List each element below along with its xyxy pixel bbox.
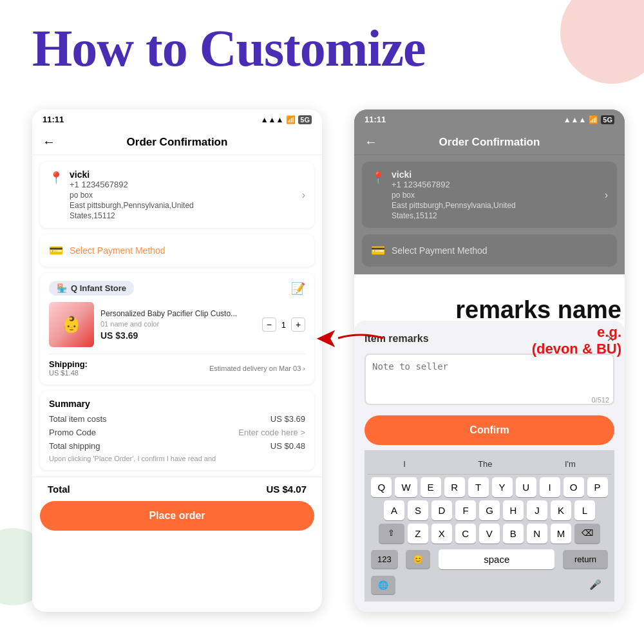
key-t[interactable]: T [468, 477, 489, 497]
key-u[interactable]: U [516, 477, 536, 497]
qty-number: 1 [281, 320, 286, 330]
keyboard-suggestions: I The I'm [367, 454, 612, 475]
promo-label: Promo Code [49, 428, 96, 437]
right-payment-section[interactable]: 💳 Select Payment Method [362, 234, 617, 267]
right-address-line1: po box [392, 191, 598, 200]
product-qty: − 1 + [262, 317, 305, 332]
return-key[interactable]: return [563, 550, 608, 569]
payment-icon: 💳 [49, 243, 63, 258]
address-section[interactable]: 📍 vicki +1 1234567892 po box East pittsb… [40, 162, 314, 228]
key-e[interactable]: E [421, 477, 441, 497]
item-remarks-modal: Item remarks × 0/512 Confirm I The I'm Q… [354, 321, 625, 612]
total-bar: Total US $4.07 [32, 477, 322, 501]
product-image: 👶 [49, 302, 94, 347]
note-icon[interactable]: 📝 [291, 281, 305, 296]
left-nav-title: Order Confirmation [66, 136, 289, 149]
key-r[interactable]: R [444, 477, 465, 497]
left-time: 11:11 [43, 115, 64, 124]
keyboard-row-5: 🌐 🎤 [367, 572, 612, 598]
right-back-button[interactable]: ← [365, 135, 377, 149]
promo-row[interactable]: Promo Code Enter code here > [49, 428, 305, 437]
key-v[interactable]: V [479, 524, 500, 544]
signal-icon: ▲▲▲ [261, 115, 284, 124]
space-key[interactable]: space [439, 549, 554, 569]
key-o[interactable]: O [564, 477, 584, 497]
right-location-icon: 📍 [371, 171, 385, 185]
product-name: Personalized Baby Pacifier Clip Custo... [100, 308, 256, 319]
key-p[interactable]: P [587, 477, 608, 497]
right-address-section[interactable]: 📍 vicki +1 1234567892 po box East pittsb… [362, 162, 617, 228]
left-status-icons: ▲▲▲ 📶 5G [261, 115, 312, 124]
key-i[interactable]: I [540, 477, 560, 497]
right-nav-title: Order Confirmation [388, 136, 591, 149]
right-signal-icon: ▲▲▲ [564, 115, 587, 124]
delivery-arrow: › [303, 365, 305, 372]
globe-key[interactable]: 🌐 [371, 576, 395, 594]
place-order-button[interactable]: Place order [40, 501, 314, 531]
location-icon: 📍 [49, 171, 63, 185]
qty-increase-button[interactable]: + [291, 317, 305, 332]
key-n[interactable]: N [527, 524, 547, 544]
remarks-example-label: (devon & BU) [455, 341, 621, 357]
key-g[interactable]: G [479, 500, 500, 520]
left-back-button[interactable]: ← [43, 135, 55, 149]
decorative-circle-pink [560, 0, 644, 84]
keyboard-row-2: A S D F G H J K L [367, 500, 612, 520]
payment-section[interactable]: 💳 Select Payment Method [40, 234, 314, 267]
address-phone: +1 1234567892 [70, 180, 296, 189]
right-payment-icon: 💳 [371, 243, 385, 258]
arrow-annotation: ➤ [316, 322, 386, 354]
right-address-line3: States,15112 [392, 211, 598, 220]
key-m[interactable]: M [551, 524, 572, 544]
shipping-left: Shipping: US $1.48 [49, 359, 88, 377]
note-textarea[interactable] [365, 354, 614, 405]
store-name-badge[interactable]: 🏪 Q Infant Store [49, 281, 134, 296]
keyboard-row-3: ⇧ Z X C V B N M ⌫ [367, 524, 612, 544]
delete-key[interactable]: ⌫ [574, 524, 600, 544]
key-x[interactable]: X [431, 524, 452, 544]
shift-key[interactable]: ⇧ [379, 524, 404, 544]
suggestion-the[interactable]: The [471, 458, 498, 470]
key-f[interactable]: F [455, 500, 476, 520]
summary-section: Summary Total item costs US $3.69 Promo … [40, 391, 314, 470]
shipping-label: Shipping: [49, 359, 88, 369]
key-h[interactable]: H [503, 500, 524, 520]
confirm-button[interactable]: Confirm [365, 415, 614, 445]
key-c[interactable]: C [455, 524, 476, 544]
suggestion-i[interactable]: I [397, 458, 412, 470]
address-content: vicki +1 1234567892 po box East pittsbur… [70, 169, 296, 220]
key-l[interactable]: L [574, 500, 595, 520]
emoji-key[interactable]: 😊 [406, 550, 430, 569]
address-line3: States,15112 [70, 211, 296, 220]
keyboard-row-1: Q W E R T Y U I O P [367, 477, 612, 497]
shipping-summary-row: Total shipping US $0.48 [49, 441, 305, 451]
key-y[interactable]: Y [492, 477, 513, 497]
key-z[interactable]: Z [408, 524, 428, 544]
payment-label: Select Payment Method [70, 245, 166, 256]
key-d[interactable]: D [431, 500, 452, 520]
left-nav-bar: ← Order Confirmation [32, 129, 322, 155]
key-w[interactable]: W [395, 477, 417, 497]
key-k[interactable]: K [551, 500, 571, 520]
key-j[interactable]: J [527, 500, 547, 520]
suggestion-im[interactable]: I'm [558, 458, 582, 470]
red-arrow-curve [335, 328, 386, 348]
summary-note: Upon clicking 'Place Order', I confirm I… [49, 455, 305, 462]
right-nav-bar: ← Order Confirmation [354, 129, 625, 155]
key-q[interactable]: Q [371, 477, 392, 497]
qty-decrease-button[interactable]: − [262, 317, 276, 332]
key-b[interactable]: B [503, 524, 524, 544]
key-s[interactable]: S [408, 500, 428, 520]
item-costs-row: Total item costs US $3.69 [49, 414, 305, 424]
right-network-icon: 5G [601, 115, 614, 124]
mic-key[interactable]: 🎤 [583, 574, 608, 595]
shipping-right: Estimated delivery on Mar 03 › [209, 365, 305, 372]
product-image-inner: 👶 [49, 302, 94, 347]
right-status-icons: ▲▲▲ 📶 5G [564, 115, 614, 124]
shipping-cost: US $1.48 [49, 369, 88, 377]
product-row: 👶 Personalized Baby Pacifier Clip Custo.… [49, 302, 305, 347]
key-a[interactable]: A [384, 500, 404, 520]
nums-key[interactable]: 123 [371, 550, 398, 569]
wifi-icon: 📶 [286, 115, 296, 124]
right-time: 11:11 [365, 115, 386, 124]
